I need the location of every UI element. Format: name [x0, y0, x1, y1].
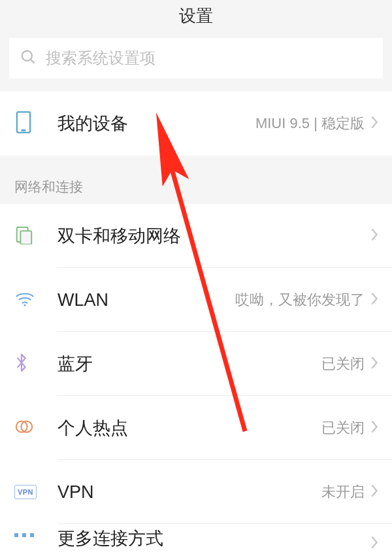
hotspot-value: 已关闭 [321, 418, 365, 438]
more-icon [14, 531, 34, 546]
section-header-network: 网络和连接 [0, 169, 392, 204]
my-device-label: 我的设备 [57, 112, 255, 135]
row-wlan[interactable]: WLAN 哎呦，又被你发现了 [0, 268, 392, 332]
section-gap [0, 156, 392, 169]
svg-rect-11 [30, 533, 34, 537]
sim-icon [14, 225, 34, 247]
search-area [0, 31, 392, 91]
row-hotspot[interactable]: 个人热点 已关闭 [0, 396, 392, 460]
svg-point-6 [24, 304, 25, 306]
bluetooth-icon [14, 352, 29, 376]
hotspot-icon [14, 417, 34, 439]
my-device-value: MIUI 9.5 | 稳定版 [255, 114, 365, 133]
bluetooth-value: 已关闭 [321, 354, 365, 374]
row-dual-sim[interactable]: 双卡和移动网络 [0, 204, 392, 268]
search-box[interactable] [9, 38, 383, 78]
section-network: 双卡和移动网络 WLAN 哎呦，又被你发现了 [0, 204, 392, 560]
row-my-device[interactable]: 我的设备 MIUI 9.5 | 稳定版 [0, 91, 392, 156]
svg-rect-5 [20, 231, 31, 244]
row-vpn[interactable]: VPN VPN 未开启 [0, 460, 392, 524]
svg-rect-10 [22, 533, 26, 537]
more-label: 更多连接方式 [57, 527, 370, 550]
svg-line-1 [31, 59, 34, 63]
svg-point-0 [22, 51, 32, 61]
row-bluetooth[interactable]: 蓝牙 已关闭 [0, 332, 392, 396]
header-title: 设置 [179, 5, 213, 27]
vpn-label: VPN [57, 482, 321, 502]
hotspot-label: 个人热点 [57, 416, 321, 440]
chevron-right-icon [370, 484, 379, 501]
row-more-connections[interactable]: 更多连接方式 [0, 524, 392, 560]
svg-rect-9 [14, 533, 18, 537]
page-title: 设置 [0, 0, 392, 31]
chevron-right-icon [370, 115, 379, 132]
section-device: 我的设备 MIUI 9.5 | 稳定版 [0, 91, 392, 156]
bluetooth-label: 蓝牙 [57, 352, 321, 376]
wlan-value: 哎呦，又被你发现了 [235, 290, 365, 310]
search-icon [20, 48, 37, 68]
vpn-icon: VPN [14, 485, 37, 499]
chevron-right-icon [370, 291, 379, 308]
chevron-right-icon [370, 420, 379, 436]
chevron-right-icon [370, 355, 379, 372]
dual-sim-label: 双卡和移动网络 [57, 224, 370, 248]
chevron-right-icon [370, 227, 379, 244]
wifi-icon [14, 290, 35, 310]
search-input[interactable] [46, 49, 372, 67]
wlan-label: WLAN [57, 290, 235, 310]
vpn-value: 未开启 [321, 482, 365, 502]
device-icon [14, 110, 33, 137]
section-header-label: 网络和连接 [14, 179, 83, 194]
chevron-right-icon [370, 535, 379, 552]
